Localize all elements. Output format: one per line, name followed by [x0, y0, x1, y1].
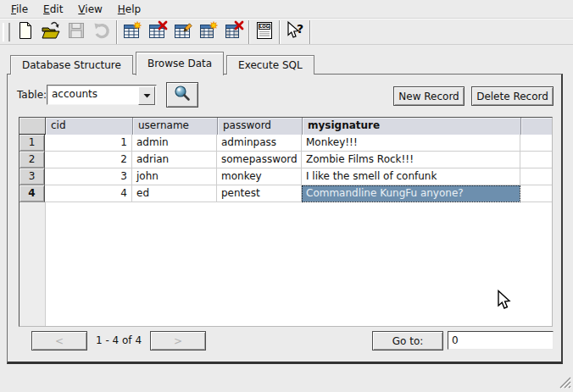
cell-filler [520, 152, 552, 168]
whats-this-button[interactable]: ? [282, 20, 308, 44]
delete-table-icon [147, 20, 168, 43]
cell-username[interactable]: ed [132, 185, 217, 202]
cell-password[interactable]: pentest [217, 185, 302, 202]
column-header-cid[interactable]: cid [46, 118, 133, 135]
revert-changes-button [89, 20, 114, 44]
column-header-password[interactable]: password [218, 118, 303, 135]
delete-index-button[interactable] [221, 20, 247, 44]
row-header[interactable]: 3 [19, 168, 45, 185]
cell-mysignature[interactable]: Monkey!!! [302, 135, 520, 152]
table-header-row: cid username password mysignature [19, 118, 552, 135]
cell-username[interactable]: adrian [132, 152, 217, 168]
cell-username[interactable]: admin [132, 135, 217, 152]
table-select-label: Table: [17, 89, 47, 101]
table-select-value: accounts [52, 88, 97, 100]
create-table-icon [122, 20, 142, 43]
records-table: cid username password mysignature 1 1 ad… [19, 117, 553, 327]
cell-mysignature-selected[interactable]: Commandline KungFu anyone? [302, 185, 520, 202]
goto-record-input[interactable] [448, 331, 554, 350]
save-database-icon [66, 20, 86, 43]
column-header-filler [521, 118, 552, 135]
cell-filler [520, 185, 552, 202]
cell-filler [520, 135, 552, 152]
next-page-button: > [150, 331, 206, 351]
cell-filler [520, 168, 552, 185]
svg-text:?: ? [297, 22, 303, 36]
tab-browse-data[interactable]: Browse Data [136, 52, 224, 75]
log-button[interactable]: LOG [252, 20, 277, 44]
table-row: 1 1 admin adminpass Monkey!!! [19, 135, 552, 152]
row-header[interactable]: 4 [19, 185, 45, 202]
record-range-status: 1 - 4 of 4 [88, 331, 149, 350]
cell-cid[interactable]: 1 [45, 135, 132, 152]
svg-text:LOG: LOG [259, 24, 270, 29]
toolbar-separator [279, 20, 281, 44]
new-record-button[interactable]: New Record [393, 86, 465, 106]
table-select-dropdown[interactable]: accounts [47, 85, 157, 105]
column-header-username[interactable]: username [133, 118, 218, 135]
save-database-button [64, 20, 89, 44]
modify-table-button[interactable] [170, 20, 196, 44]
new-database-icon [15, 20, 36, 43]
tab-bar: Database Structure Browse Data Execute S… [10, 51, 317, 75]
row-header-strip [19, 202, 46, 327]
magnifier-icon [173, 85, 192, 106]
cell-cid[interactable]: 3 [45, 168, 132, 185]
cell-password[interactable]: adminpass [217, 135, 302, 152]
cell-cid[interactable]: 2 [45, 152, 132, 168]
search-records-button[interactable] [166, 82, 198, 108]
column-header-mysignature[interactable]: mysignature [303, 118, 521, 135]
whats-this-icon: ? [284, 20, 306, 43]
cell-username[interactable]: john [132, 168, 217, 185]
cell-password[interactable]: somepassword [217, 152, 302, 168]
table-row: 3 3 john monkey I like the smell of conf… [19, 168, 552, 185]
menu-bar: File Edit View Help [0, 0, 573, 19]
tab-database-structure[interactable]: Database Structure [10, 55, 133, 75]
row-header[interactable]: 1 [19, 135, 45, 152]
log-icon: LOG [254, 20, 275, 43]
cell-mysignature[interactable]: I like the smell of confunk [302, 168, 520, 185]
new-database-button[interactable] [13, 20, 38, 44]
corner-header-cell [19, 118, 46, 134]
row-header[interactable]: 2 [19, 152, 45, 168]
open-database-button[interactable] [38, 20, 64, 44]
create-table-button[interactable] [120, 20, 145, 44]
tab-execute-sql[interactable]: Execute SQL [226, 55, 314, 75]
menu-edit[interactable]: Edit [36, 2, 70, 17]
delete-record-button[interactable]: Delete Record [471, 86, 554, 106]
delete-index-icon [224, 20, 244, 43]
revert-changes-icon [92, 20, 112, 43]
mouse-cursor-icon [497, 290, 512, 314]
toolbar-separator [309, 20, 311, 44]
table-row: 2 2 adrian somepassword Zombie Films Roc… [19, 152, 552, 168]
delete-table-button[interactable] [145, 20, 170, 44]
create-index-button[interactable] [196, 20, 221, 44]
table-row: 4 4 ed pentest Commandline KungFu anyone… [19, 185, 552, 202]
goto-button[interactable]: Go to: [372, 331, 443, 351]
cell-cid[interactable]: 4 [45, 185, 132, 202]
menu-help[interactable]: Help [110, 2, 148, 17]
resize-grip[interactable] [558, 375, 571, 391]
toolbar-separator [248, 20, 250, 44]
table-empty-area [19, 202, 552, 327]
toolbar: LOG ? [0, 19, 573, 45]
menu-file[interactable]: File [3, 2, 36, 17]
toolbar-separator [116, 20, 118, 44]
menu-view[interactable]: View [70, 2, 109, 17]
previous-page-button: < [31, 331, 87, 351]
chevron-down-icon[interactable] [138, 86, 155, 105]
cell-mysignature[interactable]: Zombie Films Rock!!! [302, 152, 520, 168]
create-index-icon [198, 20, 219, 43]
open-database-icon [41, 20, 61, 43]
cell-password[interactable]: monkey [217, 168, 302, 185]
toolbar-handle[interactable] [3, 23, 10, 41]
modify-table-icon [173, 20, 193, 43]
